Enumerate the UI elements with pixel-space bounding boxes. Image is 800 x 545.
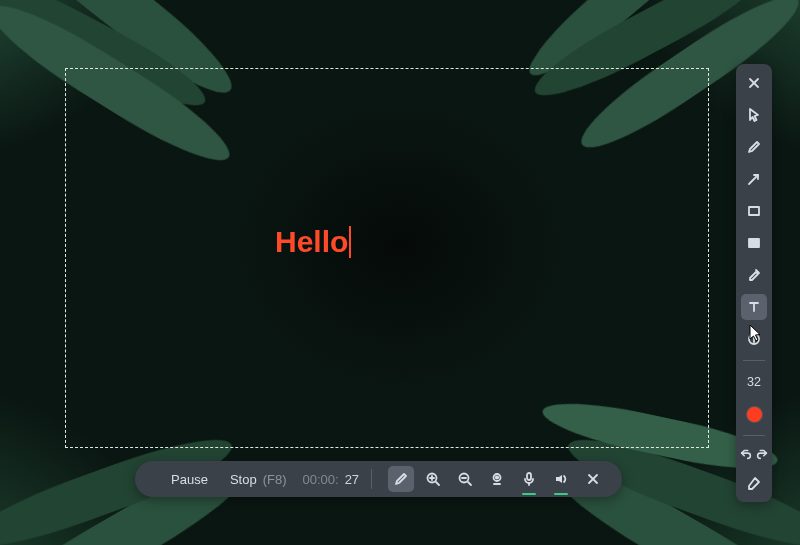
- svg-line-14: [468, 482, 471, 485]
- redo-button[interactable]: [755, 444, 769, 464]
- toolbar-divider: [743, 435, 765, 436]
- rectangle-outline-tool[interactable]: [741, 198, 767, 224]
- pencil-icon: [393, 471, 409, 487]
- svg-rect-18: [527, 473, 531, 480]
- eraser-tool[interactable]: [741, 470, 767, 496]
- microphone-icon: [521, 471, 537, 487]
- undo-icon: [739, 446, 753, 462]
- eraser-icon: [746, 475, 762, 491]
- speaker-icon: [553, 471, 569, 487]
- undo-button[interactable]: [739, 444, 753, 464]
- zoom-in-icon: [425, 471, 441, 487]
- svg-line-24: [749, 175, 758, 184]
- numbered-step-tool[interactable]: [741, 326, 767, 352]
- zoom-out-icon: [457, 471, 473, 487]
- zoom-in-button[interactable]: [420, 466, 446, 492]
- stop-button[interactable]: Stop (F8): [216, 461, 295, 497]
- redo-icon: [755, 446, 769, 462]
- close-toolbar-button[interactable]: [741, 70, 767, 96]
- pen-icon: [746, 139, 762, 155]
- numbered-circle-icon: [746, 331, 762, 347]
- arrow-icon: [746, 171, 762, 187]
- color-swatch: [747, 407, 762, 422]
- zoom-out-button[interactable]: [452, 466, 478, 492]
- highlighter-icon: [746, 267, 762, 283]
- recording-timer: 00:00:27: [294, 461, 380, 497]
- highlighter-tool[interactable]: [741, 262, 767, 288]
- microphone-button[interactable]: [516, 466, 542, 492]
- text-caret: [349, 226, 351, 258]
- text-annotation-value: Hello: [275, 227, 348, 257]
- webcam-icon: [489, 471, 505, 487]
- stop-shortcut: (F8): [263, 472, 287, 487]
- pause-button[interactable]: Pause: [157, 461, 216, 497]
- discard-button[interactable]: [580, 466, 606, 492]
- color-picker[interactable]: [741, 401, 767, 427]
- draw-tool-button[interactable]: [388, 466, 414, 492]
- cursor-tool[interactable]: [741, 102, 767, 128]
- close-icon: [585, 471, 601, 487]
- drag-handle[interactable]: [141, 461, 157, 497]
- rectangle-filled-tool[interactable]: [741, 230, 767, 256]
- arrow-tool[interactable]: [741, 166, 767, 192]
- text-tool[interactable]: [741, 294, 767, 320]
- font-size-selector[interactable]: 32: [741, 369, 767, 395]
- stop-label: Stop: [230, 472, 257, 487]
- svg-rect-25: [749, 207, 759, 215]
- system-audio-button[interactable]: [548, 466, 574, 492]
- svg-point-17: [496, 476, 498, 478]
- svg-rect-26: [749, 239, 759, 247]
- text-annotation[interactable]: Hello: [275, 226, 351, 258]
- svg-line-10: [436, 482, 439, 485]
- webcam-button[interactable]: [484, 466, 510, 492]
- annotation-toolbar: 32: [736, 64, 772, 502]
- rectangle-filled-icon: [746, 235, 762, 251]
- pause-label: Pause: [171, 472, 208, 487]
- text-icon: [746, 299, 762, 315]
- close-icon: [746, 75, 762, 91]
- pen-tool[interactable]: [741, 134, 767, 160]
- cursor-icon: [746, 107, 762, 123]
- recording-selection[interactable]: [65, 68, 709, 448]
- rectangle-outline-icon: [746, 203, 762, 219]
- recording-toolbar: Pause Stop (F8) 00:00:27: [135, 461, 622, 497]
- toolbar-divider: [743, 360, 765, 361]
